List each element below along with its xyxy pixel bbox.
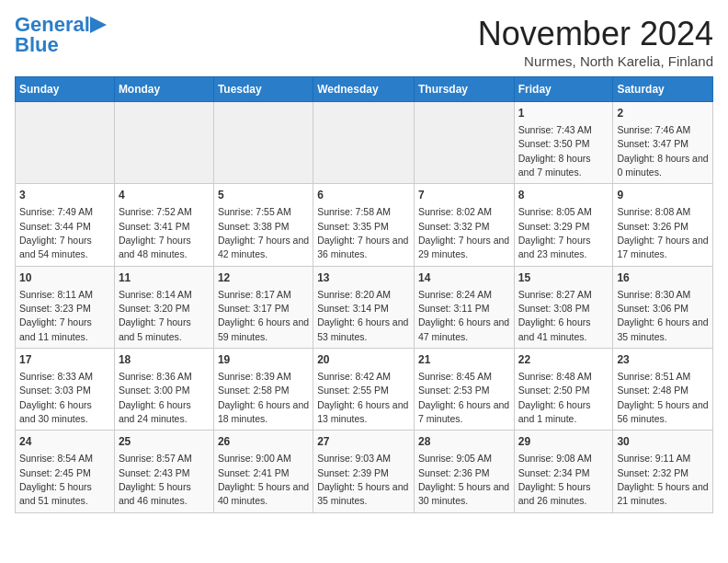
calendar-cell: 16Sunrise: 8:30 AM Sunset: 3:06 PM Dayli… bbox=[613, 266, 713, 348]
day-number: 28 bbox=[418, 434, 510, 450]
day-info: Sunrise: 9:08 AM Sunset: 2:34 PM Dayligh… bbox=[518, 453, 592, 506]
day-header-saturday: Saturday bbox=[613, 77, 713, 102]
day-header-wednesday: Wednesday bbox=[313, 77, 415, 102]
calendar-cell: 13Sunrise: 8:20 AM Sunset: 3:14 PM Dayli… bbox=[313, 266, 415, 348]
title-block: November 2024 Nurmes, North Karelia, Fin… bbox=[478, 15, 713, 69]
week-row-2: 10Sunrise: 8:11 AM Sunset: 3:23 PM Dayli… bbox=[16, 266, 713, 348]
day-info: Sunrise: 9:03 AM Sunset: 2:39 PM Dayligh… bbox=[317, 453, 408, 506]
calendar-cell: 17Sunrise: 8:33 AM Sunset: 3:03 PM Dayli… bbox=[16, 349, 115, 431]
day-number: 6 bbox=[317, 188, 410, 203]
day-number: 4 bbox=[119, 188, 210, 203]
day-number: 17 bbox=[19, 352, 110, 368]
day-number: 2 bbox=[617, 106, 709, 121]
day-number: 25 bbox=[119, 434, 210, 450]
day-number: 29 bbox=[518, 434, 609, 450]
day-number: 18 bbox=[119, 352, 210, 368]
day-number: 13 bbox=[317, 270, 410, 286]
day-number: 3 bbox=[19, 188, 110, 203]
calendar-cell: 20Sunrise: 8:42 AM Sunset: 2:55 PM Dayli… bbox=[313, 349, 415, 431]
week-row-1: 3Sunrise: 7:49 AM Sunset: 3:44 PM Daylig… bbox=[16, 184, 713, 266]
calendar-cell: 1Sunrise: 7:43 AM Sunset: 3:50 PM Daylig… bbox=[514, 102, 613, 184]
day-number: 11 bbox=[119, 270, 210, 286]
logo: General Blue bbox=[15, 15, 107, 55]
calendar-cell: 9Sunrise: 8:08 AM Sunset: 3:26 PM Daylig… bbox=[613, 184, 713, 266]
day-info: Sunrise: 8:33 AM Sunset: 3:03 PM Dayligh… bbox=[19, 371, 93, 424]
day-number: 22 bbox=[518, 352, 609, 368]
calendar-cell bbox=[313, 102, 415, 184]
days-row: SundayMondayTuesdayWednesdayThursdayFrid… bbox=[16, 77, 713, 102]
day-info: Sunrise: 8:02 AM Sunset: 3:32 PM Dayligh… bbox=[418, 206, 509, 259]
day-info: Sunrise: 8:42 AM Sunset: 2:55 PM Dayligh… bbox=[317, 371, 408, 424]
calendar-cell: 3Sunrise: 7:49 AM Sunset: 3:44 PM Daylig… bbox=[16, 184, 115, 266]
calendar-cell: 30Sunrise: 9:11 AM Sunset: 2:32 PM Dayli… bbox=[613, 431, 713, 512]
logo-blue: Blue bbox=[15, 33, 59, 56]
calendar-cell: 25Sunrise: 8:57 AM Sunset: 2:43 PM Dayli… bbox=[114, 431, 213, 512]
day-info: Sunrise: 8:36 AM Sunset: 3:00 PM Dayligh… bbox=[119, 371, 192, 424]
calendar-cell bbox=[16, 102, 115, 184]
calendar-cell: 7Sunrise: 8:02 AM Sunset: 3:32 PM Daylig… bbox=[414, 184, 514, 266]
day-info: Sunrise: 8:17 AM Sunset: 3:17 PM Dayligh… bbox=[218, 289, 309, 342]
day-number: 10 bbox=[19, 270, 110, 286]
day-number: 20 bbox=[317, 352, 410, 368]
day-number: 23 bbox=[617, 352, 709, 368]
day-header-sunday: Sunday bbox=[16, 77, 115, 102]
calendar-cell: 29Sunrise: 9:08 AM Sunset: 2:34 PM Dayli… bbox=[514, 431, 613, 512]
page-header: General Blue November 2024 Nurmes, North… bbox=[15, 15, 713, 69]
day-header-thursday: Thursday bbox=[414, 77, 514, 102]
calendar-table: SundayMondayTuesdayWednesdayThursdayFrid… bbox=[15, 76, 713, 513]
logo-arrow-icon bbox=[90, 17, 107, 33]
day-info: Sunrise: 9:11 AM Sunset: 2:32 PM Dayligh… bbox=[617, 453, 708, 506]
calendar-cell: 6Sunrise: 7:58 AM Sunset: 3:35 PM Daylig… bbox=[313, 184, 415, 266]
day-number: 1 bbox=[518, 106, 609, 121]
day-info: Sunrise: 8:51 AM Sunset: 2:48 PM Dayligh… bbox=[617, 371, 708, 424]
day-number: 7 bbox=[418, 188, 510, 203]
day-info: Sunrise: 8:27 AM Sunset: 3:08 PM Dayligh… bbox=[518, 289, 592, 342]
day-number: 16 bbox=[617, 270, 709, 286]
week-row-0: 1Sunrise: 7:43 AM Sunset: 3:50 PM Daylig… bbox=[16, 102, 713, 184]
day-number: 19 bbox=[218, 352, 309, 368]
day-info: Sunrise: 8:45 AM Sunset: 2:53 PM Dayligh… bbox=[418, 371, 509, 424]
calendar-cell: 21Sunrise: 8:45 AM Sunset: 2:53 PM Dayli… bbox=[414, 349, 514, 431]
day-number: 14 bbox=[418, 270, 510, 286]
day-info: Sunrise: 8:39 AM Sunset: 2:58 PM Dayligh… bbox=[218, 371, 309, 424]
calendar-cell: 15Sunrise: 8:27 AM Sunset: 3:08 PM Dayli… bbox=[514, 266, 613, 348]
day-number: 9 bbox=[617, 188, 709, 203]
day-info: Sunrise: 8:57 AM Sunset: 2:43 PM Dayligh… bbox=[119, 453, 192, 506]
calendar-cell: 4Sunrise: 7:52 AM Sunset: 3:41 PM Daylig… bbox=[114, 184, 213, 266]
calendar-cell bbox=[414, 102, 514, 184]
day-number: 27 bbox=[317, 434, 410, 450]
logo-text: General bbox=[15, 15, 90, 35]
day-info: Sunrise: 8:08 AM Sunset: 3:26 PM Dayligh… bbox=[617, 206, 708, 259]
calendar-cell: 24Sunrise: 8:54 AM Sunset: 2:45 PM Dayli… bbox=[16, 431, 115, 512]
day-info: Sunrise: 7:55 AM Sunset: 3:38 PM Dayligh… bbox=[218, 206, 309, 259]
day-info: Sunrise: 7:58 AM Sunset: 3:35 PM Dayligh… bbox=[317, 206, 408, 259]
day-info: Sunrise: 8:54 AM Sunset: 2:45 PM Dayligh… bbox=[19, 453, 93, 506]
day-info: Sunrise: 8:30 AM Sunset: 3:06 PM Dayligh… bbox=[617, 289, 708, 342]
calendar-body: 1Sunrise: 7:43 AM Sunset: 3:50 PM Daylig… bbox=[16, 102, 713, 513]
day-number: 21 bbox=[418, 352, 510, 368]
calendar-cell: 5Sunrise: 7:55 AM Sunset: 3:38 PM Daylig… bbox=[213, 184, 313, 266]
calendar-cell: 18Sunrise: 8:36 AM Sunset: 3:00 PM Dayli… bbox=[114, 349, 213, 431]
calendar-cell: 12Sunrise: 8:17 AM Sunset: 3:17 PM Dayli… bbox=[213, 266, 313, 348]
day-number: 5 bbox=[218, 188, 309, 203]
day-info: Sunrise: 8:14 AM Sunset: 3:20 PM Dayligh… bbox=[119, 289, 192, 342]
calendar-cell: 22Sunrise: 8:48 AM Sunset: 2:50 PM Dayli… bbox=[514, 349, 613, 431]
day-info: Sunrise: 8:24 AM Sunset: 3:11 PM Dayligh… bbox=[418, 289, 509, 342]
week-row-3: 17Sunrise: 8:33 AM Sunset: 3:03 PM Dayli… bbox=[16, 349, 713, 431]
calendar-cell: 28Sunrise: 9:05 AM Sunset: 2:36 PM Dayli… bbox=[414, 431, 514, 512]
day-info: Sunrise: 8:20 AM Sunset: 3:14 PM Dayligh… bbox=[317, 289, 408, 342]
calendar-cell: 27Sunrise: 9:03 AM Sunset: 2:39 PM Dayli… bbox=[313, 431, 415, 512]
day-info: Sunrise: 7:49 AM Sunset: 3:44 PM Dayligh… bbox=[19, 206, 93, 259]
day-info: Sunrise: 9:05 AM Sunset: 2:36 PM Dayligh… bbox=[418, 453, 509, 506]
day-info: Sunrise: 8:11 AM Sunset: 3:23 PM Dayligh… bbox=[19, 289, 93, 342]
calendar-cell: 26Sunrise: 9:00 AM Sunset: 2:41 PM Dayli… bbox=[213, 431, 313, 512]
calendar-cell: 14Sunrise: 8:24 AM Sunset: 3:11 PM Dayli… bbox=[414, 266, 514, 348]
day-number: 30 bbox=[617, 434, 709, 450]
calendar-cell bbox=[114, 102, 213, 184]
calendar-header: SundayMondayTuesdayWednesdayThursdayFrid… bbox=[16, 77, 713, 102]
calendar-cell: 8Sunrise: 8:05 AM Sunset: 3:29 PM Daylig… bbox=[514, 184, 613, 266]
day-info: Sunrise: 8:05 AM Sunset: 3:29 PM Dayligh… bbox=[518, 206, 592, 259]
day-info: Sunrise: 9:00 AM Sunset: 2:41 PM Dayligh… bbox=[218, 453, 309, 506]
calendar-cell: 11Sunrise: 8:14 AM Sunset: 3:20 PM Dayli… bbox=[114, 266, 213, 348]
day-number: 8 bbox=[518, 188, 609, 203]
